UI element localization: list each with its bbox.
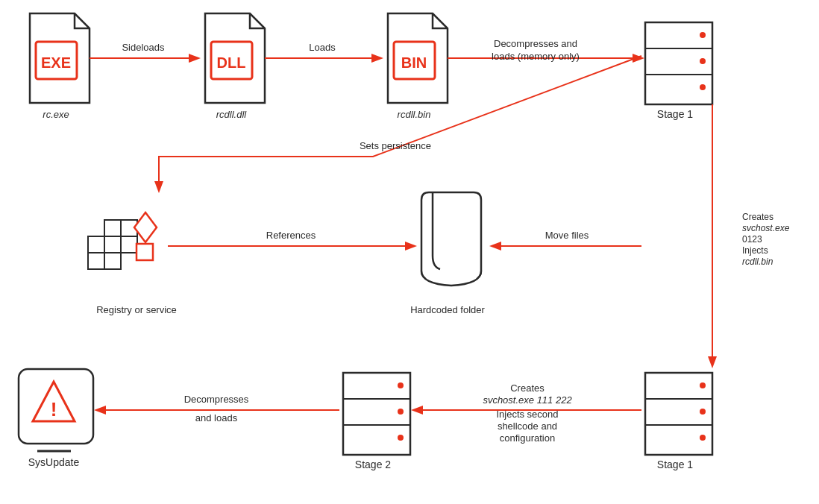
- sysupdate-icon: !: [19, 369, 93, 451]
- svg-rect-15: [104, 236, 121, 253]
- svg-point-35: [700, 409, 706, 415]
- sideloads-label: Sideloads: [122, 42, 165, 53]
- creates-svchost-exe-label: svchost.exe: [742, 223, 790, 233]
- injects-label: Injects: [742, 245, 768, 256]
- svg-rect-18: [104, 253, 121, 269]
- stage1-bot-label: Stage 1: [657, 459, 693, 470]
- stage1-top-label: Stage 1: [657, 108, 693, 120]
- svg-text:DLL: DLL: [217, 54, 246, 71]
- stage2-label: Stage 2: [355, 459, 391, 470]
- configuration-label: configuration: [500, 432, 555, 444]
- svg-rect-14: [88, 236, 104, 253]
- creates-svchost-top-label: Creates: [742, 212, 774, 222]
- references-label: References: [266, 230, 316, 241]
- svg-point-36: [700, 435, 706, 441]
- decompresses-bot-label: Decompresses: [184, 394, 249, 405]
- svchost-111-label: svchost.exe 111 222: [483, 394, 572, 406]
- diagram: EXE DLL BIN: [0, 0, 819, 504]
- stage1-top-icon: [645, 22, 712, 104]
- folder-label: Hardcoded folder: [410, 304, 485, 315]
- svg-rect-16: [121, 236, 137, 253]
- stage1-bot-icon: [645, 373, 712, 455]
- svg-text:BIN: BIN: [401, 54, 427, 71]
- bin-filename: rcdll.bin: [398, 109, 431, 120]
- exe-file-icon: EXE: [30, 13, 90, 103]
- svg-point-28: [398, 382, 404, 388]
- creates-svchost-bot-label: Creates: [510, 382, 545, 394]
- svg-point-9: [700, 32, 706, 38]
- shellcode-config-label: shellcode and: [498, 420, 557, 432]
- stage2-icon: [343, 373, 410, 455]
- sysupdate-label: SysUpdate: [28, 456, 80, 468]
- decompresses-top-label: Decompresses and: [494, 38, 577, 49]
- dll-filename: rcdll.dll: [216, 109, 248, 120]
- svg-rect-20: [136, 244, 153, 260]
- sets-persistence-label: Sets persistence: [360, 140, 431, 151]
- svg-text:!: !: [51, 398, 57, 420]
- injects-rcdll-label: rcdll.bin: [742, 256, 774, 267]
- registry-icon: [88, 212, 157, 269]
- exe-filename: rc.exe: [43, 109, 69, 120]
- registry-label: Registry or service: [96, 304, 177, 315]
- bin-file-icon: BIN: [388, 13, 448, 103]
- folder-icon: [421, 192, 481, 286]
- svg-point-29: [398, 409, 404, 415]
- dll-file-icon: DLL: [205, 13, 265, 103]
- loads-label: Loads: [309, 42, 336, 53]
- svg-rect-12: [104, 220, 121, 236]
- creates-0123-label: 0123: [742, 234, 762, 245]
- and-loads-label: and loads: [195, 412, 238, 423]
- svg-point-34: [700, 382, 706, 388]
- svg-point-30: [398, 435, 404, 441]
- svg-point-11: [700, 84, 706, 90]
- move-files-label: Move files: [545, 230, 589, 241]
- svg-rect-17: [88, 253, 104, 269]
- svg-text:EXE: EXE: [41, 54, 71, 71]
- injects-second-label: Injects second: [496, 409, 558, 420]
- loads-memory-label: loads (memory only): [492, 51, 580, 62]
- svg-point-10: [700, 58, 706, 64]
